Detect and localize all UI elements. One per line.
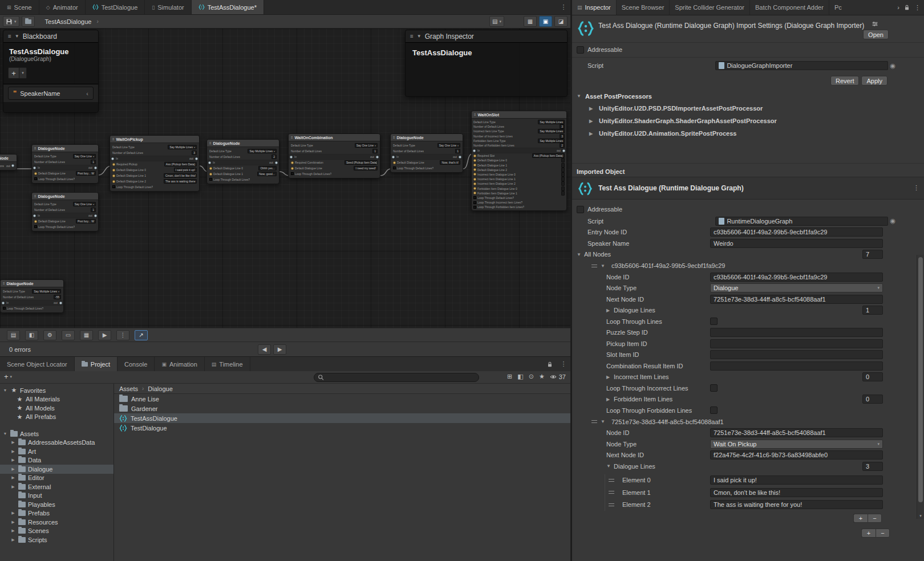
node-entry-header[interactable]: ▼ c93b5606-401f-49a2-99b5-9ecbf1fa9c29 <box>572 260 924 271</box>
collapse-icon[interactable]: ▼ <box>417 34 422 39</box>
graph-inspector-toggle-button[interactable]: ◪ <box>554 16 568 27</box>
enum-dropdown[interactable]: Say Multiple Lines <box>538 139 565 143</box>
tab-animator[interactable]: ◇Animator <box>39 0 86 14</box>
string-port[interactable] <box>34 172 37 175</box>
collapse-icon[interactable]: ≡ <box>393 136 395 139</box>
text-field[interactable] <box>561 163 565 168</box>
tab-scene-object-locator[interactable]: Scene Object Locator <box>0 357 75 371</box>
object-port[interactable] <box>112 163 115 166</box>
string-port[interactable] <box>473 159 476 162</box>
addressable-checkbox[interactable] <box>577 206 584 213</box>
search-saved-icon[interactable]: ⊙ <box>529 373 534 380</box>
next-node-id-field[interactable]: 7251e73e-38d3-44ff-a8c5-bcf54088aaf1 <box>710 295 883 304</box>
foldout-icon[interactable]: ▶ <box>10 520 16 525</box>
array-size-field[interactable]: 3 <box>862 462 883 471</box>
text-field[interactable]: Now, that's it! <box>440 160 460 165</box>
window-button[interactable]: ▭ <box>62 330 75 340</box>
input-port[interactable] <box>33 166 36 169</box>
tree-item-dialogue[interactable]: ▶Dialogue <box>0 465 114 474</box>
drag-handle-icon[interactable] <box>591 420 597 423</box>
load-asset-button[interactable] <box>22 16 35 27</box>
tree-item-all-materials[interactable]: ★All Materials <box>0 395 114 404</box>
enum-dropdown[interactable]: Say Multiple Lines▾ <box>32 289 61 294</box>
graph-node-dialogue-5[interactable]: ≡DialogueNode Default Line TypeSay Multi… <box>0 279 64 313</box>
output-port[interactable] <box>459 156 461 158</box>
revert-button[interactable]: Revert <box>830 76 859 86</box>
text-field[interactable]: Ohhh yes... <box>258 166 277 170</box>
int-field[interactable]: 2 <box>271 155 277 159</box>
array-size-field[interactable]: 0 <box>862 372 883 381</box>
input-port[interactable] <box>392 156 395 158</box>
int-field[interactable]: 2 <box>560 143 565 148</box>
tools-button[interactable]: ⚙ <box>43 330 56 340</box>
text-field[interactable] <box>561 172 565 177</box>
add-element-button[interactable]: + <box>853 514 868 523</box>
text-field[interactable]: Psst boy... W <box>76 171 96 176</box>
tab-project[interactable]: Project <box>75 357 117 371</box>
create-asset-button[interactable]: +▾ <box>4 372 12 381</box>
tab-scene-browser[interactable]: Scene Browser <box>617 0 670 15</box>
output-port[interactable] <box>195 157 198 160</box>
string-port[interactable] <box>473 168 476 171</box>
foldout-icon[interactable]: ▶ <box>10 529 16 533</box>
string-port[interactable] <box>393 161 396 164</box>
loop-through-lines-checkbox[interactable] <box>710 318 718 325</box>
string-port[interactable] <box>34 220 37 223</box>
tree-item-external[interactable]: ▶External <box>0 482 114 491</box>
breadcrumb-item[interactable]: Dialogue <box>148 385 172 392</box>
enum-dropdown[interactable]: Say One Line▾ <box>437 143 460 148</box>
string-port[interactable] <box>473 187 476 190</box>
output-port[interactable] <box>11 164 14 167</box>
loop-checkbox[interactable] <box>473 196 476 199</box>
graph-node-start[interactable]: ≡StartNode Conversationsout <box>0 154 17 170</box>
text-field[interactable]: I said pick it up! <box>174 168 197 172</box>
int-field[interactable]: 1 <box>91 160 96 164</box>
previous-error-button[interactable]: ◀ <box>258 344 271 355</box>
dialogue-lines-foldout-row[interactable]: ▶ Dialogue Lines 1 <box>572 305 924 316</box>
drag-handle-icon[interactable] <box>609 491 614 494</box>
scrollbar-thumb[interactable] <box>918 257 923 502</box>
collapse-icon[interactable]: ≡ <box>34 194 37 198</box>
string-port[interactable] <box>112 169 115 172</box>
drag-handle-icon[interactable] <box>591 265 597 267</box>
blackboard-panel[interactable]: ≡▼Blackboard TestAssDialogue (DialogueGr… <box>3 30 99 113</box>
loop-checkbox[interactable] <box>473 201 476 204</box>
string-port[interactable] <box>473 182 476 185</box>
collapse-icon[interactable]: ≡ <box>474 113 476 116</box>
inspector-scrollbar[interactable]: ▾ <box>917 255 924 519</box>
console-view-button[interactable]: ▤ <box>7 330 20 340</box>
text-field[interactable] <box>561 177 565 181</box>
entry-node-id-field[interactable]: c93b5606-401f-49a2-99b5-9ecbf1fa9c29 <box>710 227 883 237</box>
object-field[interactable]: Ass (Pickup Item Data) <box>164 162 197 166</box>
text-field[interactable] <box>561 186 565 191</box>
object-port[interactable] <box>291 161 294 164</box>
tree-item-editor[interactable]: ▶Editor <box>0 474 114 483</box>
combination-result-item-id-field[interactable] <box>710 361 883 371</box>
enum-dropdown[interactable]: Say Multiple Lines <box>538 120 565 124</box>
text-field[interactable] <box>561 158 565 162</box>
foldout-icon[interactable]: ▶ <box>10 440 16 445</box>
enum-dropdown[interactable]: Say Multiple Lines▾ <box>248 149 277 153</box>
foldout-icon[interactable]: ▶ <box>10 467 16 471</box>
object-picker-icon[interactable]: ◉ <box>890 62 895 70</box>
script-object-field[interactable]: RuntimeDialogueGraph <box>715 217 888 226</box>
loop-through-forbidden-checkbox[interactable] <box>710 406 718 414</box>
int-field[interactable]: 1 <box>372 149 378 153</box>
project-search[interactable] <box>314 373 479 382</box>
remove-element-button[interactable]: − <box>868 514 882 523</box>
tree-item-scripts[interactable]: ▶Scripts <box>0 535 114 544</box>
script-object-field[interactable]: DialogueGraphImporter <box>715 61 888 70</box>
int-field[interactable]: 1 <box>91 208 96 212</box>
tab-animation[interactable]: ▣Animation <box>155 357 204 371</box>
foldout-icon[interactable]: ▼ <box>2 388 8 392</box>
object-menu-icon[interactable]: ⋮ <box>913 184 919 192</box>
int-field[interactable]: -55 <box>54 295 61 299</box>
tree-item-input[interactable]: Input <box>0 491 114 501</box>
string-port[interactable] <box>112 174 115 177</box>
tree-item-addressableassetsdata[interactable]: ▶AddressableAssetsData <box>0 438 114 448</box>
graph-canvas[interactable]: ≡StartNode Conversationsout ≡DialogueNod… <box>0 29 570 328</box>
tab-timeline[interactable]: ▤Timeline <box>205 357 250 371</box>
incorrect-item-lines-foldout-row[interactable]: ▶ Incorrect Item Lines 0 <box>572 372 924 383</box>
tree-item-art[interactable]: ▶Art <box>0 447 114 456</box>
node-id-field[interactable]: 7251e73e-38d3-44ff-a8c5-bcf54088aaf1 <box>710 428 883 437</box>
